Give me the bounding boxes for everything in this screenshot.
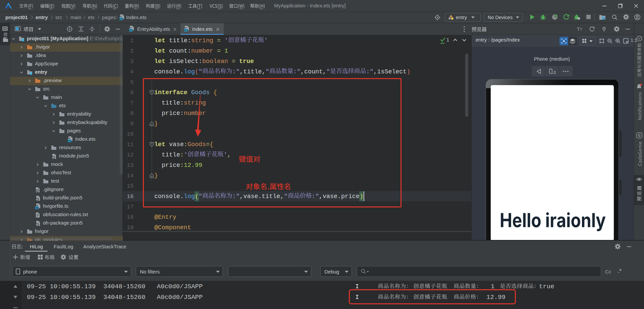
- svg-text:T: T: [577, 26, 580, 32]
- svg-text:T: T: [580, 27, 582, 32]
- svg-text:TS: TS: [36, 207, 39, 209]
- svg-text:ETS: ETS: [184, 29, 188, 32]
- svg-text:G: G: [638, 134, 641, 137]
- svg-text:ETS: ETS: [129, 29, 133, 32]
- svg-text:ETS: ETS: [67, 140, 72, 142]
